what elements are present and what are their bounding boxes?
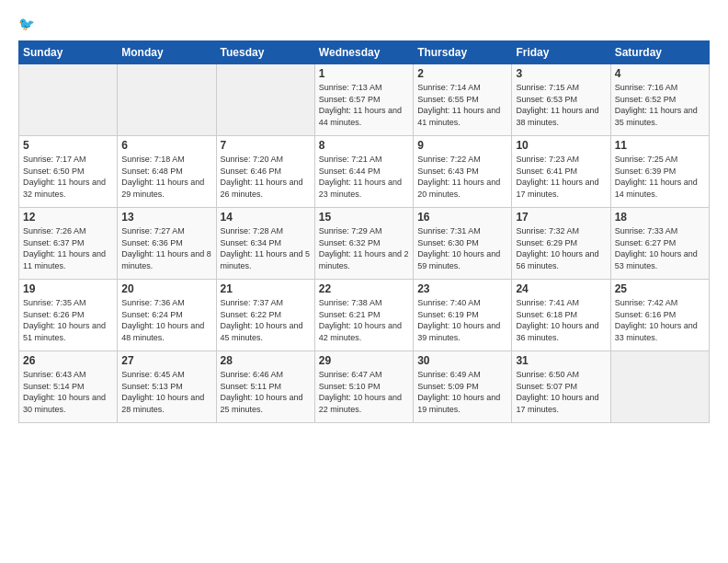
calendar-cell: 26Sunrise: 6:43 AM Sunset: 5:14 PM Dayli… <box>19 351 118 423</box>
day-info: Sunrise: 6:50 AM Sunset: 5:07 PM Dayligh… <box>516 369 606 415</box>
calendar-cell: 13Sunrise: 7:27 AM Sunset: 6:36 PM Dayli… <box>118 208 216 280</box>
calendar-cell: 12Sunrise: 7:26 AM Sunset: 6:37 PM Dayli… <box>19 208 118 280</box>
day-number: 12 <box>23 211 113 224</box>
calendar-cell: 23Sunrise: 7:40 AM Sunset: 6:19 PM Dayli… <box>414 280 512 351</box>
day-number: 14 <box>221 211 311 224</box>
calendar-cell: 14Sunrise: 7:28 AM Sunset: 6:34 PM Dayli… <box>216 208 314 280</box>
calendar-cell: 28Sunrise: 6:46 AM Sunset: 5:11 PM Dayli… <box>216 351 314 423</box>
calendar-week-row: 19Sunrise: 7:35 AM Sunset: 6:26 PM Dayli… <box>19 280 710 351</box>
calendar-cell: 21Sunrise: 7:37 AM Sunset: 6:22 PM Dayli… <box>216 280 314 351</box>
day-info: Sunrise: 7:14 AM Sunset: 6:55 PM Dayligh… <box>417 82 507 128</box>
weekday-header-saturday: Saturday <box>610 41 709 64</box>
calendar-cell: 30Sunrise: 6:49 AM Sunset: 5:09 PM Dayli… <box>414 351 512 423</box>
calendar-week-row: 26Sunrise: 6:43 AM Sunset: 5:14 PM Dayli… <box>19 351 710 423</box>
calendar-cell <box>216 64 314 136</box>
day-number: 25 <box>615 282 705 295</box>
day-number: 15 <box>319 211 409 224</box>
day-info: Sunrise: 7:25 AM Sunset: 6:39 PM Dayligh… <box>615 154 705 200</box>
calendar-cell: 8Sunrise: 7:21 AM Sunset: 6:44 PM Daylig… <box>314 136 413 208</box>
day-info: Sunrise: 7:38 AM Sunset: 6:21 PM Dayligh… <box>319 297 409 343</box>
page-header: 🐦 <box>18 15 710 33</box>
day-number: 1 <box>319 67 409 80</box>
calendar-cell: 5Sunrise: 7:17 AM Sunset: 6:50 PM Daylig… <box>19 136 118 208</box>
svg-text:🐦: 🐦 <box>18 16 35 32</box>
calendar-cell: 17Sunrise: 7:32 AM Sunset: 6:29 PM Dayli… <box>512 208 610 280</box>
day-number: 31 <box>516 354 606 367</box>
day-number: 7 <box>221 139 311 152</box>
day-number: 20 <box>121 282 211 295</box>
day-info: Sunrise: 7:28 AM Sunset: 6:34 PM Dayligh… <box>221 225 311 271</box>
calendar-week-row: 1Sunrise: 7:13 AM Sunset: 6:57 PM Daylig… <box>19 64 710 136</box>
day-info: Sunrise: 7:16 AM Sunset: 6:52 PM Dayligh… <box>615 82 705 128</box>
logo-bird-icon: 🐦 <box>18 15 40 33</box>
day-info: Sunrise: 7:29 AM Sunset: 6:32 PM Dayligh… <box>319 225 409 271</box>
day-number: 29 <box>319 354 409 367</box>
day-info: Sunrise: 6:46 AM Sunset: 5:11 PM Dayligh… <box>221 369 311 415</box>
day-info: Sunrise: 7:18 AM Sunset: 6:48 PM Dayligh… <box>121 154 211 200</box>
day-number: 27 <box>121 354 211 367</box>
weekday-header-monday: Monday <box>118 41 216 64</box>
day-info: Sunrise: 7:17 AM Sunset: 6:50 PM Dayligh… <box>23 154 113 200</box>
calendar-cell: 24Sunrise: 7:41 AM Sunset: 6:18 PM Dayli… <box>512 280 610 351</box>
calendar-week-row: 12Sunrise: 7:26 AM Sunset: 6:37 PM Dayli… <box>19 208 710 280</box>
day-info: Sunrise: 7:42 AM Sunset: 6:16 PM Dayligh… <box>615 297 705 343</box>
day-number: 3 <box>516 67 606 80</box>
weekday-header-friday: Friday <box>512 41 610 64</box>
day-number: 2 <box>417 67 507 80</box>
weekday-header-wednesday: Wednesday <box>314 41 413 64</box>
day-info: Sunrise: 6:47 AM Sunset: 5:10 PM Dayligh… <box>319 369 409 415</box>
calendar-cell: 25Sunrise: 7:42 AM Sunset: 6:16 PM Dayli… <box>610 280 709 351</box>
day-info: Sunrise: 7:37 AM Sunset: 6:22 PM Dayligh… <box>221 297 311 343</box>
calendar-cell: 16Sunrise: 7:31 AM Sunset: 6:30 PM Dayli… <box>414 208 512 280</box>
day-info: Sunrise: 6:45 AM Sunset: 5:13 PM Dayligh… <box>121 369 211 415</box>
calendar-cell: 18Sunrise: 7:33 AM Sunset: 6:27 PM Dayli… <box>610 208 709 280</box>
day-number: 8 <box>319 139 409 152</box>
day-number: 28 <box>221 354 311 367</box>
weekday-header-sunday: Sunday <box>19 41 118 64</box>
day-info: Sunrise: 7:27 AM Sunset: 6:36 PM Dayligh… <box>121 225 211 271</box>
day-number: 4 <box>615 67 705 80</box>
calendar-cell: 4Sunrise: 7:16 AM Sunset: 6:52 PM Daylig… <box>610 64 709 136</box>
day-info: Sunrise: 7:21 AM Sunset: 6:44 PM Dayligh… <box>319 154 409 200</box>
calendar-cell: 20Sunrise: 7:36 AM Sunset: 6:24 PM Dayli… <box>118 280 216 351</box>
calendar-cell: 9Sunrise: 7:22 AM Sunset: 6:43 PM Daylig… <box>414 136 512 208</box>
calendar-cell: 29Sunrise: 6:47 AM Sunset: 5:10 PM Dayli… <box>314 351 413 423</box>
day-info: Sunrise: 7:32 AM Sunset: 6:29 PM Dayligh… <box>516 225 606 271</box>
day-number: 19 <box>23 282 113 295</box>
weekday-header-thursday: Thursday <box>414 41 512 64</box>
day-number: 21 <box>221 282 311 295</box>
calendar-cell: 6Sunrise: 7:18 AM Sunset: 6:48 PM Daylig… <box>118 136 216 208</box>
day-info: Sunrise: 7:20 AM Sunset: 6:46 PM Dayligh… <box>221 154 311 200</box>
day-number: 13 <box>121 211 211 224</box>
day-info: Sunrise: 7:36 AM Sunset: 6:24 PM Dayligh… <box>121 297 211 343</box>
calendar-cell: 15Sunrise: 7:29 AM Sunset: 6:32 PM Dayli… <box>314 208 413 280</box>
day-info: Sunrise: 7:22 AM Sunset: 6:43 PM Dayligh… <box>417 154 507 200</box>
calendar-cell: 19Sunrise: 7:35 AM Sunset: 6:26 PM Dayli… <box>19 280 118 351</box>
day-number: 10 <box>516 139 606 152</box>
calendar-cell <box>19 64 118 136</box>
day-number: 23 <box>417 282 507 295</box>
day-info: Sunrise: 7:13 AM Sunset: 6:57 PM Dayligh… <box>319 82 409 128</box>
day-info: Sunrise: 7:26 AM Sunset: 6:37 PM Dayligh… <box>23 225 113 271</box>
calendar-cell <box>610 351 709 423</box>
day-number: 16 <box>417 211 507 224</box>
calendar-cell: 31Sunrise: 6:50 AM Sunset: 5:07 PM Dayli… <box>512 351 610 423</box>
day-number: 30 <box>417 354 507 367</box>
weekday-header-row: SundayMondayTuesdayWednesdayThursdayFrid… <box>19 41 710 64</box>
logo: 🐦 <box>18 15 44 33</box>
calendar-cell <box>118 64 216 136</box>
day-info: Sunrise: 7:23 AM Sunset: 6:41 PM Dayligh… <box>516 154 606 200</box>
day-info: Sunrise: 6:49 AM Sunset: 5:09 PM Dayligh… <box>417 369 507 415</box>
day-number: 11 <box>615 139 705 152</box>
day-number: 18 <box>615 211 705 224</box>
calendar-cell: 1Sunrise: 7:13 AM Sunset: 6:57 PM Daylig… <box>314 64 413 136</box>
calendar-cell: 22Sunrise: 7:38 AM Sunset: 6:21 PM Dayli… <box>314 280 413 351</box>
weekday-header-tuesday: Tuesday <box>216 41 314 64</box>
calendar-cell: 11Sunrise: 7:25 AM Sunset: 6:39 PM Dayli… <box>610 136 709 208</box>
calendar-week-row: 5Sunrise: 7:17 AM Sunset: 6:50 PM Daylig… <box>19 136 710 208</box>
day-number: 6 <box>121 139 211 152</box>
day-number: 22 <box>319 282 409 295</box>
day-info: Sunrise: 7:35 AM Sunset: 6:26 PM Dayligh… <box>23 297 113 343</box>
day-info: Sunrise: 7:33 AM Sunset: 6:27 PM Dayligh… <box>615 225 705 271</box>
day-info: Sunrise: 7:31 AM Sunset: 6:30 PM Dayligh… <box>417 225 507 271</box>
